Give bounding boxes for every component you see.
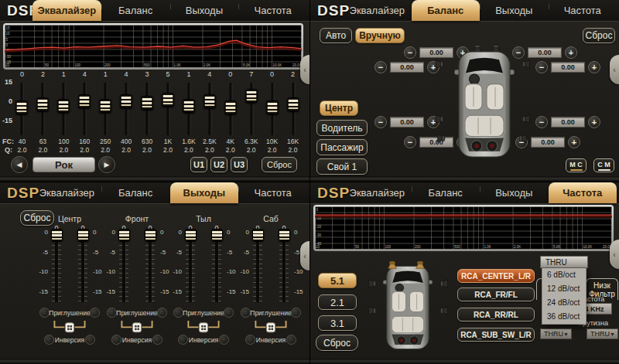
minus-button[interactable]: −	[374, 116, 387, 128]
minus-button[interactable]: −	[374, 61, 387, 73]
tab-balance[interactable]: Баланс	[101, 182, 170, 203]
position-driver-button[interactable]: Водитель	[316, 120, 368, 136]
plus-button[interactable]: +	[565, 46, 577, 59]
slider-handle[interactable]	[37, 97, 49, 111]
slider-handle[interactable]	[118, 229, 130, 241]
slope-dropdown-selected[interactable]: THRU	[540, 256, 588, 268]
balance-manual-button[interactable]: Вручную	[355, 28, 405, 43]
dropdown-option-2[interactable]: 24 dB/oct	[542, 296, 586, 310]
position-center-button[interactable]: Центр	[320, 100, 358, 116]
preset-prev-button[interactable]: ◀	[11, 156, 28, 173]
slider-handle[interactable]	[211, 229, 223, 241]
rca-sub-button[interactable]: RCA_SUB_SW_L/R	[457, 328, 535, 342]
slider-handle[interactable]	[185, 229, 197, 241]
link-channels-icon[interactable]	[182, 320, 225, 335]
minus-button[interactable]: −	[404, 136, 416, 148]
plus-button[interactable]: +	[568, 136, 580, 148]
dropdown-option-1[interactable]: 12 dB/oct	[542, 282, 586, 296]
slider-handle[interactable]	[287, 97, 299, 111]
mc-mode-button[interactable]: M C	[566, 158, 587, 172]
slope-combo-right[interactable]: THRU ▼	[587, 328, 618, 339]
config-51-button[interactable]: 5.1	[318, 273, 357, 288]
balance-value: 0.00	[419, 47, 453, 58]
frequency-reset-button[interactable]: Сброс	[316, 335, 358, 351]
dropdown-option-3[interactable]: 36 dB/oct	[542, 310, 586, 324]
rca-front-button[interactable]: RCA_FR/FL	[457, 287, 535, 301]
user-preset-u1-button[interactable]: U1	[190, 157, 207, 172]
user-preset-u2-button[interactable]: U2	[210, 157, 227, 172]
tab-frequency[interactable]: Частота	[549, 182, 617, 203]
tab-outputs[interactable]: Выходы	[480, 182, 549, 203]
slider-handle[interactable]	[145, 229, 156, 241]
tab-balance[interactable]: Баланс	[101, 0, 170, 21]
slider-handle[interactable]	[100, 99, 111, 113]
link-channels-icon[interactable]	[249, 320, 292, 335]
config-31-button[interactable]: 3.1	[318, 315, 357, 331]
mute-checkbox-right[interactable]	[291, 308, 301, 318]
slider-handle[interactable]	[51, 229, 63, 241]
tab-equalizer[interactable]: Эквалайзер	[343, 182, 412, 203]
tab-frequency[interactable]: Частота	[238, 182, 307, 203]
combo-value: THRU	[590, 330, 610, 338]
link-channels-icon[interactable]	[115, 320, 159, 335]
rca-center-button[interactable]: RCA_CENTER_L/R	[457, 269, 535, 283]
slide-out-handle[interactable]: ‹	[610, 55, 619, 84]
minus-button[interactable]: −	[535, 116, 548, 128]
tab-balance[interactable]: Баланс	[412, 0, 480, 21]
slider-handle[interactable]	[183, 99, 194, 113]
balance-reset-button[interactable]: Сброс	[583, 28, 615, 43]
user-preset-u3-button[interactable]: U3	[231, 157, 248, 172]
config-21-button[interactable]: 2.1	[318, 294, 357, 310]
preset-next-button[interactable]: ▶	[98, 156, 115, 173]
slider-handle[interactable]	[142, 96, 153, 110]
slide-out-handle[interactable]: ‹	[610, 240, 619, 269]
tab-balance[interactable]: Баланс	[412, 182, 480, 203]
eq-reset-button[interactable]: Сброс	[262, 157, 297, 172]
link-channels-icon[interactable]	[48, 320, 91, 335]
tab-equalizer[interactable]: Эквалайзер	[343, 0, 412, 21]
slider-handle[interactable]	[121, 94, 132, 108]
band-track	[199, 79, 220, 138]
position-passenger-button[interactable]: Пассажир	[316, 139, 368, 155]
invert-checkbox-right[interactable]	[85, 335, 95, 345]
mute-checkbox-right[interactable]	[157, 308, 167, 318]
screen-bezel	[310, 176, 619, 182]
minus-button[interactable]: −	[404, 46, 416, 59]
slider-handle[interactable]	[252, 229, 264, 241]
tab-frequency[interactable]: Частота	[549, 0, 617, 21]
slider-handle[interactable]	[203, 94, 215, 108]
slide-out-handle[interactable]: ‹	[300, 55, 310, 84]
invert-checkbox-right[interactable]	[219, 335, 229, 345]
mute-checkbox-right[interactable]	[90, 308, 100, 318]
tab-outputs[interactable]: Выходы	[480, 0, 549, 21]
slider-handle[interactable]	[79, 94, 91, 108]
slider-handle[interactable]	[162, 93, 173, 107]
minus-button[interactable]: −	[535, 61, 548, 73]
band-value: 2	[32, 70, 53, 79]
slider-handle[interactable]	[16, 100, 28, 114]
preset-button[interactable]: Рок	[32, 157, 95, 172]
invert-checkbox-right[interactable]	[152, 335, 162, 345]
invert-checkbox-right[interactable]	[286, 335, 296, 345]
slider-handle[interactable]	[58, 99, 70, 113]
slider-handle[interactable]	[77, 229, 89, 241]
tab-outputs[interactable]: Выходы	[170, 0, 239, 21]
plus-button[interactable]: +	[588, 61, 600, 73]
balance-auto-button[interactable]: Авто	[320, 28, 352, 43]
slider-handle[interactable]	[266, 100, 278, 114]
tab-outputs[interactable]: Выходы	[170, 182, 239, 203]
mute-checkbox-right[interactable]	[224, 308, 234, 318]
tab-equalizer[interactable]: Эквалайзер	[32, 182, 101, 203]
slope-combo-left[interactable]: THRU ▼	[540, 328, 572, 339]
slider-handle[interactable]	[279, 229, 290, 241]
plus-button[interactable]: +	[588, 116, 600, 128]
slide-out-handle[interactable]: ‹	[300, 241, 310, 270]
dropdown-option-0[interactable]: 6 dB/oct	[542, 268, 586, 282]
tab-frequency[interactable]: Частота	[238, 0, 307, 21]
slider-handle[interactable]	[224, 100, 236, 114]
tab-equalizer[interactable]: Эквалайзер	[32, 0, 101, 21]
rca-rear-button[interactable]: RCA_RR/RL	[457, 308, 535, 321]
slider-handle[interactable]	[245, 89, 257, 103]
cm-mode-button[interactable]: C M	[593, 158, 614, 172]
position-custom-button[interactable]: Свой 1	[316, 158, 368, 175]
